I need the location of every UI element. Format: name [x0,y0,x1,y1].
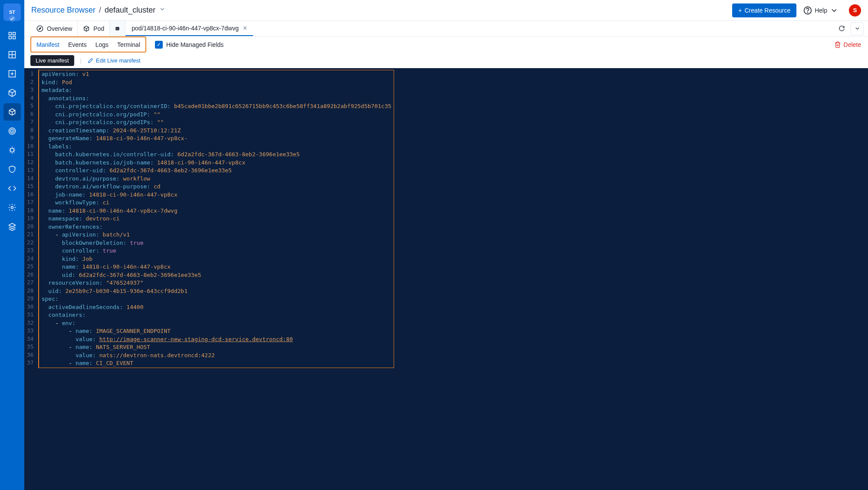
yaml-line: apiVersion: v1 [39,70,394,79]
compass-icon [36,25,43,32]
chevron-down-icon [830,6,838,15]
left-sidebar: ST [0,0,24,490]
yaml-line: devtron.ai/purpose: workflow [39,175,394,183]
nav-grid-icon[interactable] [3,46,21,63]
svg-point-13 [12,131,13,132]
code-area[interactable]: apiVersion: v1kind: Podmetadata: annotat… [38,68,453,490]
close-icon[interactable]: × [243,24,247,32]
context-tabbar: Overview Pod pod/14818-ci-90-i46n-447-vp… [24,21,868,36]
breadcrumb-root-link[interactable]: Resource Browser [31,6,95,15]
subtab-terminal[interactable]: Terminal [113,39,145,51]
svg-rect-1 [9,33,12,35]
hide-managed-fields-toggle[interactable]: ✓ Hide Managed Fields [155,41,224,49]
svg-marker-24 [9,224,16,227]
edit-manifest-link[interactable]: Edit Live manifest [88,57,141,64]
nav-stack-icon[interactable] [3,218,21,235]
yaml-line: - name: NATS_SERVER_HOST [39,343,394,352]
refresh-icon [838,25,845,32]
yaml-line: cni.projectcalico.org/containerID: b45ca… [39,102,394,111]
terminal-icon-tab[interactable] [110,21,125,36]
delete-label: Delete [844,41,861,48]
editor-empty-right [453,68,868,490]
dropdown-button[interactable] [851,22,864,35]
pod-tab[interactable]: Pod [78,21,110,36]
yaml-line: metadata: [39,86,394,95]
yaml-line: batch.kubernetes.io/controller-uid: 6d2a… [39,151,394,159]
yaml-line: workflowType: ci [39,199,394,207]
yaml-line: - env: [39,319,394,328]
terminal-icon [115,25,120,32]
yaml-line: cni.projectcalico.org/podIP: "" [39,111,394,119]
nav-apps-icon[interactable] [3,27,21,44]
yaml-line: name: 14818-ci-90-i46n-447-vp8cx [39,263,394,271]
breadcrumb-current: default_cluster [105,6,155,15]
topbar: Resource Browser / default_cluster + Cre… [24,0,868,21]
yaml-line: job-name: 14818-ci-90-i46n-447-vp8cx [39,191,394,199]
subtab-logs[interactable]: Logs [91,39,113,51]
detail-subtabs: Manifest Events Logs Terminal ✓ Hide Man… [24,36,868,53]
create-resource-label: Create Resource [744,7,790,14]
yaml-line: - apiVersion: batch/v1 [39,231,394,239]
yaml-line: value: http://image-scanner-new-staging-… [39,335,394,344]
refresh-button[interactable] [835,22,848,35]
yaml-line: name: 14818-ci-90-i46n-447-vp8cx-7dwvg [39,207,394,215]
svg-point-26 [808,12,808,12]
yaml-line: namespace: devtron-ci [39,215,394,223]
nav-code-icon[interactable] [3,180,21,197]
user-avatar[interactable]: S [849,4,861,16]
svg-point-14 [10,148,14,152]
svg-rect-4 [13,36,16,39]
pod-label: Pod [93,25,104,32]
chevron-down-icon[interactable] [159,6,166,15]
delete-button[interactable]: Delete [834,41,868,48]
nav-gear-icon[interactable] [3,199,21,216]
yaml-line: containers: [39,311,394,319]
subtab-highlight-box: Manifest Events Logs Terminal [30,36,146,53]
app-logo[interactable]: ST [3,3,21,21]
yaml-line: cni.projectcalico.org/podIPs: "" [39,118,394,127]
yaml-line: ownerReferences: [39,223,394,231]
vertical-divider: | [80,57,82,64]
logo-text: ST [9,10,15,15]
nav-shield-icon[interactable] [3,161,21,178]
subtab-events[interactable]: Events [64,39,91,51]
yaml-line: value: nats://devtron-nats.devtroncd:422… [39,352,394,360]
hide-managed-label: Hide Managed Fields [166,41,224,48]
logo-badge-icon [8,15,16,23]
yaml-line: kind: Job [39,255,394,263]
help-icon [803,6,812,15]
yaml-line: controller: true [39,247,394,255]
help-label: Help [815,7,827,14]
yaml-line: controller-uid: 6d2a2fdc-367d-4663-8eb2-… [39,167,394,175]
nav-package-icon[interactable] [3,84,21,102]
open-pod-tab[interactable]: pod/14818-ci-90-i46n-447-vp8cx-7dwvg × [125,21,253,36]
trash-icon [834,41,841,48]
yaml-line: - name: IMAGE_SCANNER_ENDPOINT [39,327,394,335]
yaml-line: creationTimestamp: 2024-06-25T10:12:21Z [39,127,394,135]
create-resource-button[interactable]: + Create Resource [732,3,796,17]
edit-manifest-label: Edit Live manifest [96,57,141,64]
svg-point-12 [10,129,14,133]
svg-point-11 [9,128,16,135]
yaml-line: batch.kubernetes.io/job-name: 14818-ci-9… [39,159,394,167]
nav-cube-icon[interactable] [3,103,21,121]
yaml-line: - name: CI_CD_EVENT [39,359,394,368]
svg-line-21 [10,151,11,152]
help-menu[interactable]: Help [800,3,842,17]
nav-target-icon[interactable] [3,122,21,140]
nav-add-panel-icon[interactable] [3,65,21,82]
yaml-editor[interactable]: 1234567891011121314151617181920212223242… [24,68,868,490]
yaml-line: spec: [39,295,394,303]
cube-icon [83,25,90,32]
nav-bug-icon[interactable] [3,141,21,159]
live-manifest-pill[interactable]: Live manifest [30,55,74,66]
yaml-line: devtron.ai/workflow-purpose: cd [39,183,394,191]
svg-line-19 [10,148,11,149]
subtab-manifest[interactable]: Manifest [32,39,64,51]
overview-tab[interactable]: Overview [31,21,78,36]
svg-line-20 [13,151,14,152]
svg-rect-2 [13,33,16,35]
yaml-line: uid: 6d2a2fdc-367d-4663-8eb2-3696e1ee33e… [39,271,394,280]
pencil-icon [88,58,93,63]
yaml-line: labels: [39,143,394,151]
